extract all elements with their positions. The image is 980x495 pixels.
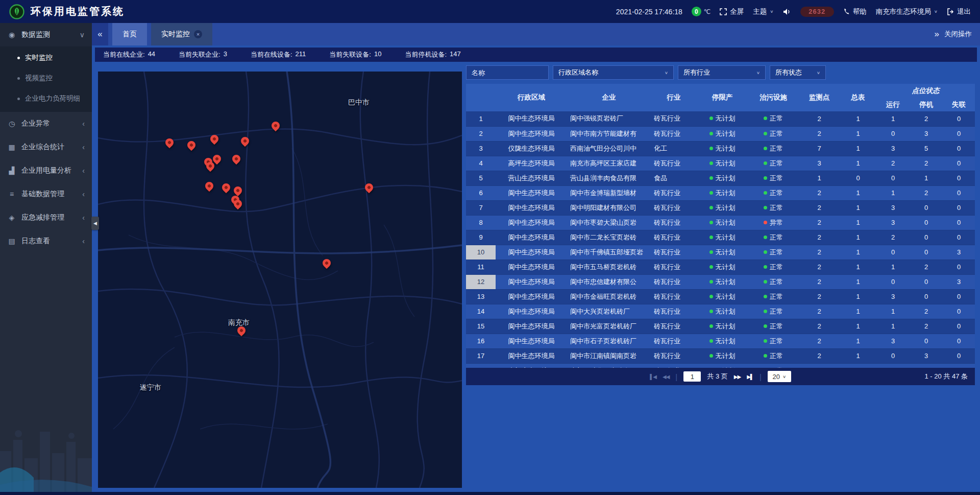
column-header — [466, 84, 496, 111]
facility-status-cell: 正常 — [748, 141, 799, 156]
industry-cell: 砖瓦行业 — [651, 304, 697, 319]
table-row[interactable]: 2阆中生态环境局阆中市南方节能建材有砖瓦行业无计划正常21030 — [466, 126, 975, 141]
table-row[interactable]: 8阆中生态环境局阆中市枣碧大梁山页岩砖瓦行业无计划异常21300 — [466, 215, 975, 230]
status-dot-green — [709, 354, 713, 358]
facility-status-cell: 正常 — [748, 126, 799, 141]
row-index-cell: 9 — [466, 230, 496, 245]
points-cell: 2 — [799, 260, 840, 274]
sidebar-group-item[interactable]: ▤日志查看‹ — [0, 229, 92, 253]
table-row[interactable]: 11阆中生态环境局阆中市五马桥页岩机砖砖瓦行业无计划正常21120 — [466, 260, 975, 274]
meter-cell: 0 — [840, 171, 876, 185]
table-row[interactable]: 17阆中生态环境局阆中市江南镇阆南页岩砖瓦行业无计划正常21030 — [466, 348, 975, 363]
map-collapse-handle[interactable]: ◀ — [91, 217, 99, 230]
table-row[interactable]: 9阆中生态环境局阆中市二龙长宝页岩砖砖瓦行业无计划正常21200 — [466, 230, 975, 245]
stat-item: 当前在线企业:44 — [103, 50, 155, 59]
sidebar-group-label: 基础数据管理 — [21, 190, 82, 199]
alert-count-badge[interactable]: 2632 — [800, 7, 834, 17]
sidebar-sub-item[interactable]: 视频监控 — [0, 68, 92, 88]
row-index-cell: 4 — [466, 156, 496, 171]
logout-label: 退出 — [957, 7, 971, 16]
points-cell: 2 — [799, 215, 840, 230]
sidebar-group-item[interactable]: ◉数据监测∨ — [0, 23, 92, 46]
status-dot-green — [709, 295, 713, 298]
bullet-icon — [17, 98, 20, 100]
table-row[interactable]: 1阆中生态环境局阆中强锐页岩砖厂砖瓦行业无计划正常21120 — [466, 111, 975, 126]
meter-cell: 1 — [840, 126, 876, 141]
top-header: 环保用电监管系统 2021-02-25 17:46:18 0 ℃ 全屏 主题 ∨ — [0, 0, 980, 23]
table-row[interactable]: 3仪陇生态环境局西南油气田分公司川中化工无计划正常71350 — [466, 141, 975, 156]
sidebar-group-item[interactable]: ◷企业异常‹ — [0, 112, 92, 135]
limit-status-cell: 无计划 — [697, 126, 748, 141]
sidebar-group-item[interactable]: ◈应急减排管理‹ — [0, 206, 92, 229]
table-row[interactable]: 6阆中生态环境局阆中市金博瑞新型墙材砖瓦行业无计划正常21120 — [466, 185, 975, 200]
table-scroll-area[interactable]: 行政区域企业行业停限产治污设施监测点总表点位状态运行停机失联 1阆中生态环境局阆… — [466, 84, 975, 368]
row-index-cell: 12 — [466, 274, 496, 289]
lost-count-cell: 3 — [943, 274, 975, 289]
row-index-cell: 7 — [466, 200, 496, 215]
status-dot-green — [709, 132, 713, 135]
last-page-button[interactable]: ▶▌ — [747, 374, 753, 380]
table-row[interactable]: 15阆中生态环境局阆中市光富页岩机砖厂砖瓦行业无计划正常21120 — [466, 319, 975, 334]
help-button[interactable]: 帮助 — [843, 7, 867, 16]
map-city-label: 遂宁市 — [140, 383, 161, 392]
page-input[interactable] — [683, 371, 701, 382]
first-page-button[interactable]: ▌◀ — [650, 374, 656, 380]
sidebar-group-item[interactable]: ▦企业综合统计‹ — [0, 135, 92, 159]
table-row[interactable]: 18南部生态环境局南部县瑞华页岩砖有限砖瓦行业无计划正常21000 — [466, 363, 975, 368]
sidebar-sub-item[interactable]: 企业电力负荷明细 — [0, 88, 92, 109]
map-panel[interactable]: 巴中市南充市遂宁市 — [98, 72, 462, 488]
table-row[interactable]: 7阆中生态环境局阆中明阳建材有限公司砖瓦行业无计划正常21300 — [466, 200, 975, 215]
tab-home[interactable]: 首页 — [112, 23, 147, 45]
table-row[interactable]: 12阆中生态环境局阆中市忠信建材有限公砖瓦行业无计划正常21003 — [466, 274, 975, 289]
table-body: 1阆中生态环境局阆中强锐页岩砖厂砖瓦行业无计划正常211202阆中生态环境局阆中… — [466, 111, 975, 368]
fullscreen-icon — [720, 8, 727, 15]
sidebar-group-item[interactable]: ≡基础数据管理‹ — [0, 182, 92, 206]
region-filter-select[interactable]: 行政区域名称 ∨ — [553, 65, 674, 80]
status-dot-green — [764, 116, 767, 120]
row-index-cell: 11 — [466, 260, 496, 274]
status-filter-select[interactable]: 所有状态 ∨ — [770, 65, 826, 80]
company-cell: 阆中市二龙长宝页岩砖 — [567, 230, 651, 245]
limit-status-cell: 无计划 — [697, 289, 748, 304]
chevron-down-icon: ∨ — [665, 70, 668, 75]
fullscreen-button[interactable]: 全屏 — [720, 7, 744, 16]
tabs-scroll-left-icon[interactable]: « — [92, 23, 108, 45]
status-dot-green — [764, 132, 767, 135]
lost-count-cell: 0 — [943, 289, 975, 304]
status-dot-green — [764, 324, 767, 328]
next-page-button[interactable]: ▶▶ — [734, 374, 741, 380]
status-dot-green — [709, 206, 713, 209]
logout-button[interactable]: 退出 — [947, 7, 971, 16]
sidebar-group-item[interactable]: ▟企业用电量分析‹ — [0, 159, 92, 182]
table-row[interactable]: 10阆中生态环境局阆中市千佛镇五郎垭页岩砖瓦行业无计划正常21003 — [466, 245, 975, 260]
table-row[interactable]: 5营山生态环境局营山县润丰肉食品有限食品无计划正常10010 — [466, 171, 975, 185]
table-row[interactable]: 4高坪生态环境局南充市高坪区王家店建砖瓦行业无计划正常31220 — [466, 156, 975, 171]
sidebar-sub-item[interactable]: 实时监控 — [0, 48, 92, 68]
table-row[interactable]: 16阆中生态环境局阆中市石子页岩机砖厂砖瓦行业无计划正常21300 — [466, 334, 975, 348]
region-cell: 阆中生态环境局 — [496, 245, 567, 260]
tab-realtime-monitor[interactable]: 实时监控 × — [151, 23, 212, 45]
industry-cell: 砖瓦行业 — [651, 215, 697, 230]
facility-status-cell: 正常 — [748, 245, 799, 260]
name-filter-input[interactable] — [466, 65, 549, 80]
run-count-cell: 0 — [876, 171, 910, 185]
limit-status-cell: 无计划 — [697, 363, 748, 368]
limit-status-cell: 无计划 — [697, 215, 748, 230]
tab-close-icon[interactable]: × — [194, 30, 202, 38]
org-label: 南充市生态环境局 — [876, 7, 931, 16]
stop-count-cell: 2 — [910, 319, 943, 334]
industry-filter-select[interactable]: 所有行业 ∨ — [678, 65, 766, 80]
table-row[interactable]: 13阆中生态环境局阆中市金福旺页岩机砖砖瓦行业无计划正常21300 — [466, 289, 975, 304]
chevron-down-icon: ∨ — [770, 9, 773, 14]
speaker-button[interactable] — [783, 8, 791, 15]
org-dropdown[interactable]: 南充市生态环境局 ∨ — [876, 7, 938, 16]
prev-page-button[interactable]: ◀◀ — [663, 374, 669, 380]
company-cell: 南充市高坪区王家店建 — [567, 156, 651, 171]
points-cell: 1 — [799, 171, 840, 185]
theme-dropdown[interactable]: 主题 ∨ — [753, 7, 773, 16]
page-size-select[interactable]: 20 ∨ — [768, 371, 791, 382]
table-row[interactable]: 14阆中生态环境局阆中大兴页岩机砖厂砖瓦行业无计划正常21120 — [466, 304, 975, 319]
page-size-value: 20 — [772, 373, 779, 381]
tabs-scroll-right-icon[interactable]: » — [935, 29, 939, 39]
close-operations-button[interactable]: 关闭操作 — [944, 30, 972, 39]
